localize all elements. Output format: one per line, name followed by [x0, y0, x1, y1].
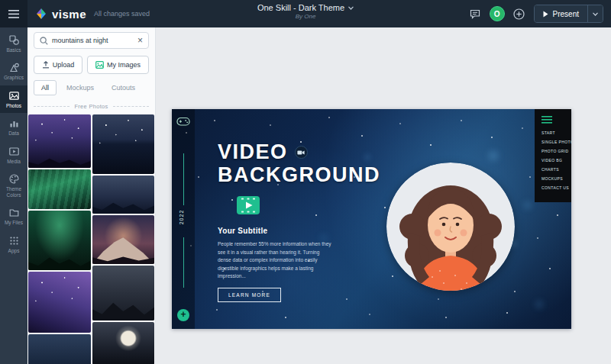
slide-title-line2: BACKGROUND	[218, 164, 390, 187]
photo-grid	[27, 114, 155, 364]
present-button-group: Present	[534, 5, 603, 23]
comments-button[interactable]	[467, 5, 483, 22]
gamepad-icon	[176, 117, 190, 127]
photo-column-left	[28, 114, 91, 364]
add-slide-element-button[interactable]	[177, 309, 189, 321]
comment-icon	[470, 9, 480, 19]
slide-left-strip: 2022	[172, 109, 195, 329]
sidebar-item-photos[interactable]: Photos	[0, 85, 27, 113]
photo-thumbnail[interactable]	[28, 272, 91, 333]
video-camera-badge	[295, 146, 308, 159]
sidebar-item-apps[interactable]: Apps	[0, 230, 27, 258]
slide-menu-item[interactable]: VIDEO BG	[541, 158, 571, 163]
avatar-initial: O	[494, 10, 500, 18]
sidebar-item-graphics[interactable]: Graphics	[0, 57, 27, 85]
video-play-icon[interactable]	[237, 196, 260, 214]
photo-thumbnail[interactable]	[28, 169, 91, 209]
slide-content: VIDEO BACKGROUND Your Subtitle People re…	[218, 141, 390, 302]
photo-filter-tab[interactable]: All	[34, 80, 57, 95]
photo-thumbnail[interactable]	[28, 334, 91, 364]
document-author: By One	[257, 13, 354, 20]
save-status: All changes saved	[94, 10, 150, 18]
media-icon	[9, 147, 19, 156]
upload-icon	[42, 61, 50, 69]
present-label: Present	[553, 10, 579, 18]
slide-canvas[interactable]: 2022 VIDEO BACKGROUND Your Subtitle Peo	[172, 109, 571, 329]
sidebar-item-basics[interactable]: Basics	[0, 30, 27, 57]
brand-name: visme	[52, 8, 86, 21]
slide-menu-list: START SINGLE PHOTO PHOTO GRID VIDEO BG C…	[535, 130, 571, 190]
timeline-line	[183, 153, 184, 205]
my-images-label: My Images	[107, 61, 141, 69]
sidebar-item-theme-colors[interactable]: Theme Colors	[0, 169, 27, 202]
left-icon-rail: Basics Graphics Photos Data Media Theme …	[0, 27, 27, 364]
document-header: One Skill - Dark Theme By One	[257, 3, 354, 20]
graphics-icon	[9, 63, 19, 72]
present-options-button[interactable]	[587, 5, 603, 22]
woman-illustration	[386, 163, 515, 291]
my-images-button[interactable]: My Images	[87, 56, 149, 74]
topbar-actions: O Present	[467, 5, 611, 23]
data-icon	[9, 118, 19, 128]
clear-search-icon[interactable]	[137, 36, 143, 45]
slide-nav-menu: START SINGLE PHOTO PHOTO GRID VIDEO BG C…	[535, 109, 571, 202]
timeline-line	[183, 237, 184, 288]
document-title-text: One Skill - Dark Theme	[257, 3, 344, 12]
photos-panel: Upload My Images All Mockups Cutouts Fre…	[27, 27, 156, 364]
visme-logo[interactable]: visme	[27, 8, 94, 21]
chevron-down-icon	[593, 12, 598, 16]
slide-menu-item[interactable]: SINGLE PHOTO	[541, 140, 571, 144]
slide-title[interactable]: VIDEO BACKGROUND	[218, 141, 390, 186]
slide-menu-item[interactable]: CONTACT US	[541, 185, 571, 190]
top-bar: visme All changes saved One Skill - Dark…	[0, 0, 611, 27]
visme-editor: visme All changes saved One Skill - Dark…	[0, 0, 611, 364]
slide-body-text[interactable]: People remember 55% more information whe…	[218, 240, 332, 280]
present-button[interactable]: Present	[535, 5, 587, 22]
upload-button[interactable]: Upload	[34, 56, 82, 74]
sidebar-item-media[interactable]: Media	[0, 141, 27, 169]
photo-thumbnail[interactable]	[92, 114, 155, 174]
section-label: Free Photos	[74, 103, 108, 110]
search-input[interactable]	[52, 37, 134, 44]
play-icon	[543, 11, 548, 18]
canvas-area[interactable]: 2022 VIDEO BACKGROUND Your Subtitle Peo	[156, 27, 611, 364]
photo-thumbnail[interactable]	[92, 266, 155, 321]
video-camera-icon	[297, 150, 305, 156]
user-avatar[interactable]: O	[490, 6, 505, 21]
learn-more-button[interactable]: LEARN MORE	[218, 288, 281, 302]
photo-thumbnail[interactable]	[92, 176, 155, 214]
photo-thumbnail[interactable]	[92, 215, 155, 264]
search-box	[34, 32, 149, 49]
slide-subtitle[interactable]: Your Subtitle	[218, 227, 390, 235]
apps-icon	[9, 236, 19, 246]
main-menu-button[interactable]	[0, 0, 27, 27]
slide-menu-item[interactable]: CHARTS	[541, 167, 571, 172]
hamburger-icon	[8, 10, 19, 18]
slide-menu-item[interactable]: START	[541, 130, 571, 135]
slide-menu-item[interactable]: PHOTO GRID	[541, 149, 571, 153]
my-images-icon	[95, 61, 104, 69]
photo-column-right	[92, 114, 155, 364]
theme-colors-icon	[9, 174, 19, 184]
invite-collaborator-button[interactable]	[511, 5, 528, 22]
photos-icon	[9, 91, 19, 101]
photo-filter-tab[interactable]: Cutouts	[104, 80, 143, 95]
timeline-year: 2022	[179, 210, 184, 225]
photo-filter-tabs: All Mockups Cutouts	[34, 80, 149, 95]
slide-menu-item[interactable]: MOCKUPS	[541, 176, 571, 181]
basics-icon	[9, 35, 19, 45]
photo-thumbnail[interactable]	[28, 114, 91, 168]
sidebar-item-my-files[interactable]: My Files	[0, 202, 27, 230]
document-title[interactable]: One Skill - Dark Theme	[257, 3, 354, 12]
search-icon	[40, 37, 48, 45]
photo-thumbnail[interactable]	[28, 211, 91, 270]
panel-buttons: Upload My Images	[34, 56, 149, 74]
plus-circle-icon	[513, 8, 525, 20]
photo-thumbnail[interactable]	[92, 322, 155, 364]
slide-menu-hamburger-icon[interactable]	[541, 116, 552, 124]
photo-filter-tab[interactable]: Mockups	[59, 80, 102, 95]
portrait-illustration[interactable]	[386, 163, 515, 291]
section-divider: Free Photos	[34, 103, 149, 110]
upload-label: Upload	[53, 61, 75, 69]
sidebar-item-data[interactable]: Data	[0, 113, 27, 140]
